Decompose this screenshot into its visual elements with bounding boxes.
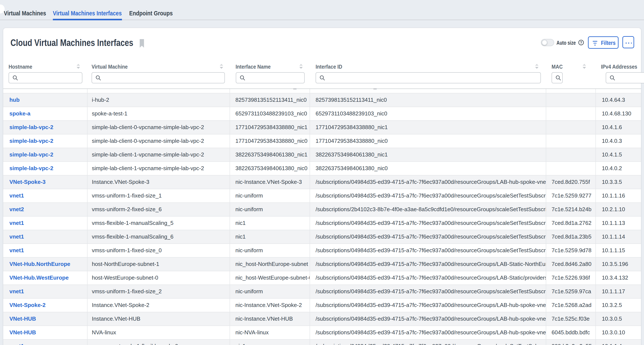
svg-text:?: ?: [580, 41, 582, 45]
